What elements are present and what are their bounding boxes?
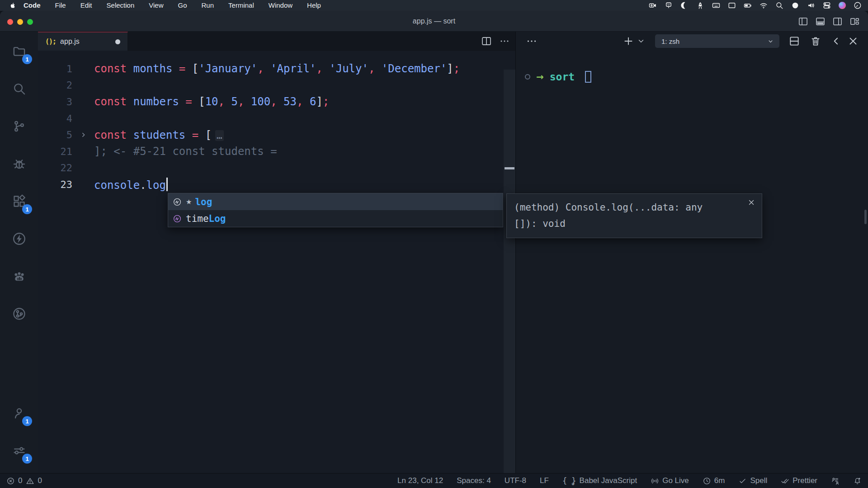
- modified-dot-icon[interactable]: [115, 39, 120, 44]
- rocket-icon[interactable]: [696, 1, 704, 9]
- terminal-cursor: [585, 71, 591, 83]
- menu-edit[interactable]: Edit: [73, 0, 99, 11]
- code-line-3[interactable]: 3const numbers = [10, 5, 100, 53, 6];: [38, 94, 504, 110]
- activity-lightning[interactable]: [0, 220, 38, 258]
- code-line-2[interactable]: 2: [38, 77, 504, 94]
- status-go-live[interactable]: Go Live: [651, 476, 689, 485]
- editor-scrollbar[interactable]: [504, 70, 515, 473]
- control-center-icon[interactable]: [823, 1, 831, 9]
- status-notifications[interactable]: [853, 477, 862, 485]
- activity-account[interactable]: 1: [0, 394, 38, 432]
- search-icon[interactable]: [775, 1, 783, 9]
- display-icon[interactable]: [728, 1, 736, 9]
- wifi-icon[interactable]: [760, 1, 768, 9]
- code-line-21[interactable]: 21]; <- #5-21 const students =: [38, 143, 504, 160]
- intellisense-suggest-widget: ★logtimeLog: [168, 193, 503, 227]
- braces-icon: { }⊗: [562, 476, 576, 485]
- layout-sidebar-left-icon[interactable]: [798, 16, 808, 27]
- status-spell[interactable]: Spell: [738, 476, 767, 485]
- line-number: 23: [38, 179, 72, 190]
- activity-badge: 1: [22, 416, 32, 426]
- layout-customize-icon[interactable]: [849, 16, 860, 27]
- terminal-body[interactable]: → sort: [516, 51, 868, 473]
- volume-icon[interactable]: [807, 1, 815, 9]
- terminal-tabs-dropdown[interactable]: 1: zsh: [655, 34, 779, 48]
- status-prettier[interactable]: Prettier: [781, 476, 817, 485]
- fold-chevron-icon[interactable]: [80, 131, 87, 139]
- menu-terminal[interactable]: Terminal: [221, 0, 261, 11]
- menu-help[interactable]: Help: [300, 0, 328, 11]
- menu-view[interactable]: View: [142, 0, 170, 11]
- kill-terminal-button[interactable]: [810, 35, 821, 47]
- activity-explorer[interactable]: 1: [0, 33, 38, 70]
- problems-warnings[interactable]: 0: [26, 476, 42, 485]
- video-camera-icon[interactable]: [649, 1, 657, 9]
- activity-source-control[interactable]: [0, 108, 38, 145]
- siri-icon[interactable]: [839, 2, 846, 9]
- status-label: 6m: [714, 476, 725, 485]
- activity-paw-stats[interactable]: [0, 258, 38, 295]
- status-label: Spell: [750, 476, 767, 485]
- moon-icon[interactable]: [680, 1, 689, 9]
- menu-run[interactable]: Run: [194, 0, 222, 11]
- prompt-circle-icon: [525, 74, 530, 80]
- menu-status-icons: [649, 1, 868, 9]
- editor-terminal-divider[interactable]: [515, 32, 516, 473]
- code-line-4[interactable]: 4: [38, 110, 504, 127]
- suggestion-timelog[interactable]: timeLog: [168, 210, 503, 227]
- suggestion-log[interactable]: ★log: [168, 193, 503, 210]
- terminal-profile-chevron-icon[interactable]: [637, 37, 645, 45]
- menu-window[interactable]: Window: [261, 0, 300, 11]
- menu-code[interactable]: Code: [16, 0, 48, 11]
- hover-doc-line: []): void: [514, 216, 741, 232]
- more-button[interactable]: [499, 36, 510, 47]
- terminal-scrollbar[interactable]: [864, 210, 867, 224]
- tab-appjs[interactable]: (); app.js: [38, 32, 128, 51]
- battery-icon[interactable]: [744, 1, 752, 9]
- activity-extensions[interactable]: 1: [0, 183, 38, 220]
- macos-menu-bar: CodeFileEditSelectionViewGoRunTerminalWi…: [0, 0, 868, 11]
- split-terminal-button[interactable]: [788, 35, 800, 47]
- activity-gitlens[interactable]: [0, 295, 38, 333]
- status-timer[interactable]: 6m: [703, 476, 725, 485]
- status-indentation[interactable]: Spaces: 4: [457, 476, 491, 485]
- code-line-23[interactable]: 23console.log: [38, 176, 504, 193]
- code-text: console.log: [94, 178, 168, 192]
- clock-menu-icon[interactable]: [854, 1, 862, 9]
- code-editor[interactable]: 1const months = ['January', 'April', 'Ju…: [38, 51, 515, 473]
- keyboard-icon[interactable]: [712, 1, 720, 9]
- code-line-5[interactable]: 5const students = […: [38, 127, 504, 143]
- close-icon[interactable]: [747, 198, 755, 206]
- problems-errors[interactable]: 0: [6, 476, 22, 485]
- people-icon: [831, 477, 840, 485]
- status-people[interactable]: [831, 477, 840, 485]
- status-language-mode[interactable]: { }⊗Babel JavaScript: [562, 476, 637, 485]
- terminal-more-actions-button[interactable]: [526, 35, 538, 47]
- status-encoding[interactable]: UTF-8: [505, 476, 526, 485]
- code-line-1[interactable]: 1const months = ['January', 'April', 'Ju…: [38, 61, 504, 77]
- collapse-panel-chevron-left-button[interactable]: [830, 35, 842, 47]
- activity-search[interactable]: [0, 70, 38, 108]
- terminal-panel: 1: zsh → sort: [516, 32, 868, 473]
- line-number: 3: [38, 96, 72, 108]
- new-terminal-button[interactable]: [623, 35, 634, 47]
- menu-selection[interactable]: Selection: [99, 0, 142, 11]
- layout-panel-icon[interactable]: [815, 16, 826, 27]
- terminal-tabs-dropdown-value: 1: zsh: [661, 38, 679, 45]
- status-cursor-position[interactable]: Ln 23, Col 12: [397, 476, 443, 485]
- screen-mirroring-icon[interactable]: [665, 1, 673, 9]
- code-line-22[interactable]: 22: [38, 160, 504, 177]
- split-editor-button[interactable]: [481, 36, 492, 47]
- activity-debug[interactable]: [0, 145, 38, 183]
- layout-sidebar-right-icon[interactable]: [832, 16, 843, 27]
- close-panel-button[interactable]: [847, 35, 859, 47]
- editor-actions: [481, 32, 510, 51]
- menu-go[interactable]: Go: [171, 0, 194, 11]
- record-icon[interactable]: [791, 1, 799, 9]
- activity-settings-sliders[interactable]: 1: [0, 432, 38, 469]
- status-label: Go Live: [662, 476, 689, 485]
- apple-logo-icon[interactable]: [9, 1, 16, 9]
- code-text: const students = […: [94, 129, 224, 141]
- menu-file[interactable]: File: [48, 0, 73, 11]
- status-eol[interactable]: LF: [540, 476, 549, 485]
